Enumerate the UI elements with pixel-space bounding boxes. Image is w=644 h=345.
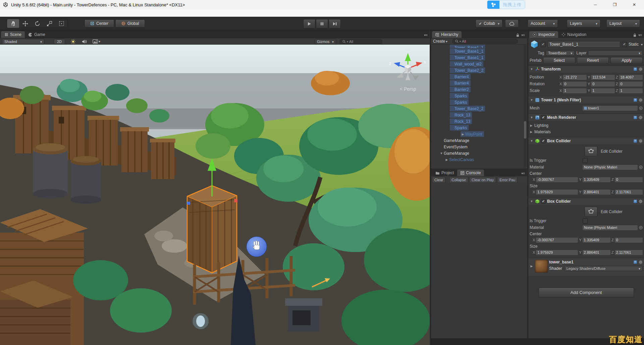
center-x-field[interactable]: -0.000767 [536,177,578,182]
console-clear-button[interactable]: Clear [432,177,445,183]
material-thumbnail[interactable] [535,260,548,273]
help-icon[interactable] [633,98,637,102]
center-y-field[interactable]: 1.335409 [583,238,610,243]
menu-item[interactable] [25,9,34,17]
z-value-field[interactable]: 18.4097 [619,75,643,80]
console-error-pause-toggle[interactable]: Error Pau [497,177,518,183]
maximize-button[interactable]: ❐ [605,0,625,9]
hierarchy-item[interactable]: WayPoint [431,131,523,137]
menu-item[interactable] [1,9,9,17]
size-x-field[interactable]: 1.975929 [536,190,578,195]
mesh-filter-header[interactable]: ▼ Tower 1 (Mesh Filter) [528,96,644,104]
z-value-field[interactable]: 0 [619,82,643,87]
mesh-object-field[interactable]: tower1 [583,106,638,111]
transform-header[interactable]: ▼ Transform [528,65,644,73]
hierarchy-scrollbar[interactable] [524,45,527,168]
move-tool-button[interactable] [19,19,31,28]
hierarchy-item[interactable]: Tower_Base2_2 [431,67,523,73]
scene-viewport[interactable]: x z y < Persp [0,45,430,345]
box-collider-checkbox[interactable] [541,139,546,143]
persp-label[interactable]: Persp [404,86,416,92]
hierarchy-item[interactable]: Tower_Base1_1 [431,45,523,48]
gear-icon[interactable] [639,67,643,71]
is-trigger-checkbox[interactable] [583,218,588,224]
menu-item[interactable] [42,9,50,17]
pause-button[interactable] [316,19,328,29]
object-picker-icon[interactable] [639,106,643,110]
collab-button[interactable]: Collab [476,19,502,28]
hierarchy-item[interactable]: Tower_Base2_2 [431,105,523,112]
shading-mode-dropdown[interactable]: Shaded [2,39,44,44]
prefab-revert-button[interactable]: Revert [577,57,609,63]
object-picker-icon[interactable] [639,165,643,169]
help-icon[interactable] [633,115,637,119]
size-y-field[interactable]: 2.886401 [583,250,610,255]
hierarchy-item[interactable]: Tower_Base1_1 [431,48,523,54]
center-z-field[interactable]: 0 [615,238,643,243]
panel-menu-icon[interactable]: ▾≡ [521,171,525,175]
hierarchy-item[interactable]: Rock_13 [431,118,523,125]
hierarchy-item[interactable]: SelectCanvas [431,156,523,163]
edit-collider-button[interactable] [585,146,597,156]
step-button[interactable] [329,19,341,29]
tab-inspector[interactable]: Inspector [529,31,558,38]
prefab-apply-button[interactable]: Apply [610,57,643,63]
y-value-field[interactable]: 1 [591,88,615,93]
mesh-renderer-checkbox[interactable] [541,115,546,120]
scale-tool-button[interactable] [43,19,55,28]
help-icon[interactable] [633,260,637,264]
lock-icon[interactable] [516,33,519,37]
hand-tool-button[interactable] [7,19,19,28]
menu-item[interactable] [17,9,25,17]
tab-game[interactable]: Game [25,31,49,38]
foldout-icon[interactable] [444,158,449,161]
hierarchy-item[interactable]: Wall_wood_el2 [431,61,523,67]
x-value-field[interactable]: -21.272 [563,75,587,80]
layer-dropdown[interactable] [588,50,643,56]
panel-menu-icon[interactable]: ▾≡ [424,33,428,37]
size-z-field[interactable]: 2.117061 [615,250,643,255]
prefab-select-button[interactable]: Select [543,57,575,63]
physic-material-field[interactable]: None (Physic Materi [583,165,638,170]
persp-toggle-icon[interactable]: < [400,86,402,92]
tab-project[interactable]: Project [432,169,457,176]
mesh-renderer-header[interactable]: ▼ Mesh Renderer [528,113,644,121]
object-name-field[interactable]: Tower_Base1_1 [547,41,620,48]
lock-icon[interactable] [633,33,636,37]
panel-menu-icon[interactable]: ▾≡ [638,33,642,37]
tag-dropdown[interactable]: TowerBase [546,50,575,56]
center-z-field[interactable]: 0 [615,177,643,182]
edit-collider-button[interactable] [585,207,597,217]
gear-icon[interactable] [639,139,643,143]
menu-item[interactable] [34,9,42,17]
gear-icon[interactable] [639,98,643,102]
tab-scene[interactable]: Scene [1,31,25,38]
menu-item[interactable] [9,9,17,17]
layers-dropdown[interactable]: Layers [567,19,600,28]
gear-icon[interactable] [639,115,643,119]
scene-audio-icon[interactable] [82,39,87,44]
hierarchy-item[interactable]: Tower_Base1_1 [431,54,523,61]
size-x-field[interactable]: 1.975929 [536,250,578,255]
active-checkbox[interactable] [541,42,546,47]
hierarchy-search-input[interactable]: ▾ All [452,39,518,44]
help-icon[interactable] [633,199,637,203]
material-section[interactable]: ▶ tower_base1 Shader Legacy Shaders/Diff… [528,258,644,276]
foldout-icon[interactable] [461,133,465,136]
size-y-field[interactable]: 2.886401 [583,190,610,195]
shader-dropdown[interactable]: Legacy Shaders/Diffuse [564,266,643,271]
gear-icon[interactable] [639,260,643,264]
hierarchy-item[interactable]: GameManage [431,150,523,156]
scene-effects-dropdown[interactable] [93,39,100,44]
space-toggle-button[interactable]: Global [115,19,145,28]
pivot-toggle-button[interactable]: Center [85,19,114,28]
help-icon[interactable] [633,139,637,143]
hierarchy-item[interactable]: GameManage [431,137,523,144]
2d-toggle[interactable]: 2D [54,39,65,44]
tab-hierarchy[interactable]: Hierarchy [432,31,462,38]
is-trigger-checkbox[interactable] [583,158,588,163]
play-button[interactable] [303,19,315,29]
account-dropdown[interactable]: Account [528,19,558,28]
foldout-icon[interactable] [439,152,444,155]
materials-foldout[interactable]: ▶Materials [528,129,644,135]
